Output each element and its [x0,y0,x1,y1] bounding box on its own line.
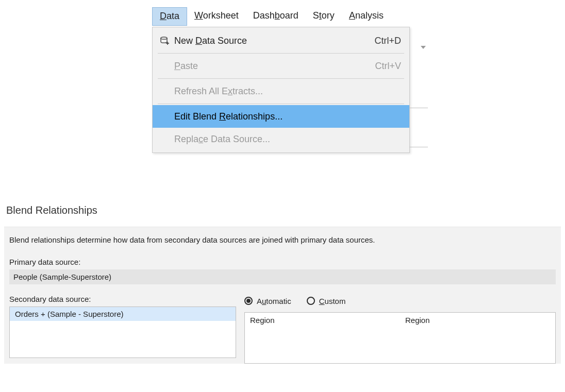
dialog-body: Blend relationships determine how data f… [4,227,561,364]
radio-unchecked-icon [307,297,315,305]
radio-label: Automatic [257,297,291,305]
menu-data[interactable]: Data [152,7,187,26]
secondary-data-source-label: Secondary data source: [9,295,236,303]
table-row[interactable]: Region Region [245,313,555,328]
menu-story[interactable]: Story [306,7,342,26]
menu-item-label: Replace Data Source... [172,134,401,145]
dropdown-side-arrow-icon [421,46,426,49]
menu-item-refresh-extracts: Refresh All Extracts... [153,80,409,103]
data-dropdown-menu: New Data Source Ctrl+D Paste Ctrl+V Refr… [152,27,410,153]
menu-separator [158,104,404,104]
menu-item-label: Refresh All Extracts... [172,86,401,97]
menu-item-label: Edit Blend Relationships... [172,111,401,122]
secondary-data-source-listbox[interactable]: Orders + (Sample - Superstore) [9,306,236,358]
svg-point-0 [161,37,167,39]
menu-dashboard[interactable]: Dashboard [246,7,306,26]
radio-custom[interactable]: Custom [307,297,346,305]
menu-worksheet[interactable]: Worksheet [187,7,246,26]
menu-separator [158,53,404,54]
radio-checked-icon [244,297,253,305]
decorative-line [409,108,428,108]
menu-separator [158,78,404,79]
radio-label: Custom [319,297,346,305]
link-right-field: Region [400,313,555,328]
menu-item-shortcut: Ctrl+D [374,36,401,46]
primary-data-source-label: Primary data source: [9,258,556,266]
menu-item-shortcut: Ctrl+V [375,61,401,72]
link-mode-radio-group: Automatic Custom [244,295,556,307]
menubar: Data Worksheet Dashboard Story Analysis [152,7,430,26]
menu-item-replace-data-source: Replace Data Source... [153,128,409,150]
menu-item-edit-blend-relationships[interactable]: Edit Blend Relationships... [153,105,409,128]
menu-item-paste: Paste Ctrl+V [153,55,409,77]
link-left-field: Region [245,313,400,328]
radio-automatic[interactable]: Automatic [244,297,291,305]
menu-item-label: New Data Source [172,36,374,46]
datasource-add-icon [158,36,172,46]
primary-data-source-value: People (Sample-Superstore) [9,269,556,284]
menubar-container: Data Worksheet Dashboard Story Analysis [152,7,430,153]
dialog-description: Blend relationships determine how data f… [9,235,556,244]
menu-analysis[interactable]: Analysis [342,7,391,26]
dialog-title: Blend Relationships [6,204,561,216]
link-fields-table[interactable]: Region Region [244,312,556,364]
menu-item-new-data-source[interactable]: New Data Source Ctrl+D [153,29,409,52]
decorative-line [409,147,428,147]
list-item[interactable]: Orders + (Sample - Superstore) [10,307,236,321]
blend-relationships-dialog: Blend Relationships Blend relationships … [0,204,565,364]
menu-item-label: Paste [172,61,375,72]
